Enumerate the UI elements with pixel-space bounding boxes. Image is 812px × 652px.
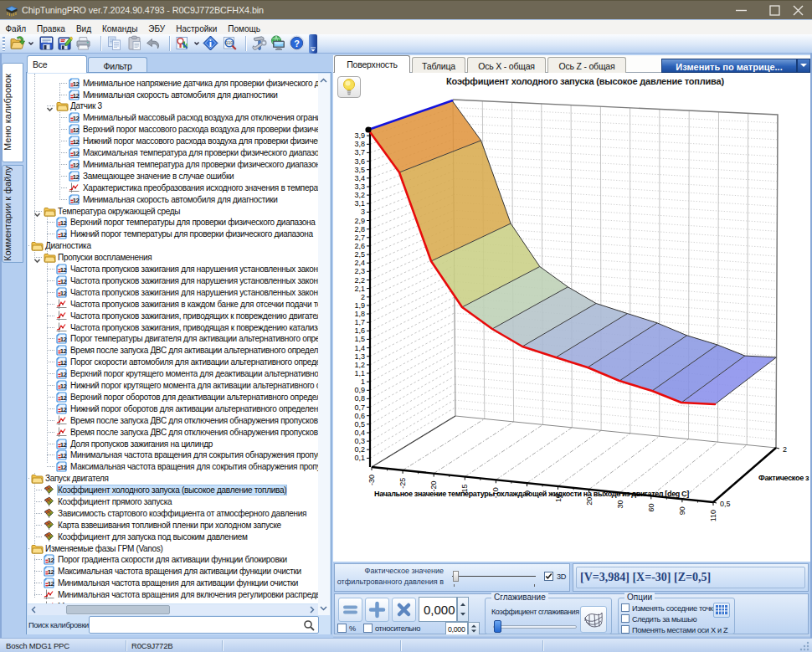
- svg-text:3: 3: [361, 208, 365, 216]
- svg-text:2,1: 2,1: [354, 285, 365, 293]
- svg-text:110: 110: [226, 40, 234, 45]
- svg-text:12: 12: [60, 406, 67, 413]
- svg-text:12: 12: [73, 173, 80, 181]
- svg-text:3,8: 3,8: [354, 140, 365, 148]
- svg-text:12: 12: [73, 162, 80, 169]
- svg-text:12: 12: [48, 569, 54, 577]
- svg-text:12: 12: [60, 266, 67, 274]
- svg-text:2: 2: [783, 445, 787, 454]
- svg-text:20: 20: [585, 497, 594, 506]
- svg-text:0,4: 0,4: [354, 429, 365, 437]
- svg-text:12: 12: [60, 290, 67, 297]
- svg-text:12: 12: [60, 371, 67, 378]
- svg-text:12: 12: [60, 394, 67, 402]
- svg-text:3,1: 3,1: [354, 199, 365, 208]
- svg-text:12: 12: [48, 557, 54, 565]
- svg-text:2,5: 2,5: [354, 250, 365, 259]
- svg-text:3,4: 3,4: [354, 174, 365, 182]
- svg-text:Коэффициент холодного запуска: Коэффициент холодного запуска (высокое д…: [446, 76, 724, 86]
- svg-text:3,3: 3,3: [354, 182, 365, 191]
- svg-text:0,9: 0,9: [354, 386, 365, 394]
- svg-text:1,4: 1,4: [354, 344, 365, 352]
- svg-text:12: 12: [60, 336, 67, 344]
- svg-text:12: 12: [73, 116, 80, 123]
- svg-text:110: 110: [709, 510, 717, 521]
- svg-text:0,5: 0,5: [354, 420, 365, 429]
- svg-text:0,5: 0,5: [720, 500, 731, 508]
- svg-text:12: 12: [73, 150, 80, 157]
- svg-text:12: 12: [60, 278, 67, 285]
- svg-text:0,8: 0,8: [354, 394, 365, 403]
- svg-text:12: 12: [73, 92, 80, 100]
- svg-text:1: 1: [361, 377, 365, 386]
- svg-text:3,7: 3,7: [354, 148, 365, 157]
- svg-text:12: 12: [73, 138, 80, 146]
- svg-text:12: 12: [60, 360, 67, 367]
- svg-text:3,6: 3,6: [354, 157, 365, 166]
- svg-text:12: 12: [60, 220, 67, 228]
- svg-text:12: 12: [48, 581, 54, 588]
- svg-text:1,9: 1,9: [354, 301, 365, 310]
- svg-text:3,5: 3,5: [354, 166, 365, 174]
- svg-text:1,6: 1,6: [354, 326, 365, 335]
- svg-text:12: 12: [60, 453, 67, 460]
- svg-text:2,7: 2,7: [354, 234, 365, 242]
- svg-text:1,5: 1,5: [354, 335, 365, 343]
- svg-text:1,1: 1,1: [354, 369, 365, 377]
- svg-text:3,9: 3,9: [354, 131, 365, 140]
- svg-text:0,3: 0,3: [354, 437, 365, 445]
- svg-text:2,3: 2,3: [354, 267, 365, 275]
- svg-text:-25: -25: [398, 478, 407, 489]
- svg-text:1,3: 1,3: [354, 352, 365, 361]
- svg-text:2,2: 2,2: [354, 276, 365, 285]
- svg-text:2,4: 2,4: [354, 259, 365, 267]
- svg-text:-30: -30: [367, 475, 376, 485]
- svg-text:0,7: 0,7: [354, 403, 365, 412]
- svg-text:90: 90: [678, 506, 686, 515]
- svg-text:2,6: 2,6: [354, 242, 365, 250]
- svg-text:2,9: 2,9: [354, 217, 365, 225]
- svg-text:1,7: 1,7: [354, 318, 365, 326]
- svg-text:12: 12: [60, 465, 67, 472]
- svg-text:1,8: 1,8: [354, 310, 365, 318]
- svg-text:2,8: 2,8: [354, 225, 365, 234]
- svg-text:60: 60: [647, 503, 655, 511]
- svg-text:12: 12: [60, 348, 67, 356]
- svg-text:?: ?: [294, 39, 300, 49]
- svg-text:2: 2: [361, 293, 365, 301]
- svg-text:Фактическое з: Фактическое з: [758, 474, 809, 482]
- svg-text:1,2: 1,2: [354, 361, 365, 369]
- svg-text:0,2: 0,2: [354, 445, 365, 454]
- svg-text:3,2: 3,2: [354, 191, 365, 199]
- svg-text:12: 12: [73, 197, 80, 204]
- svg-text:12: 12: [73, 80, 80, 88]
- svg-text:Начальное значение температуры: Начальное значение температуры охлаждающ…: [374, 490, 689, 498]
- svg-text:30: 30: [616, 501, 624, 509]
- svg-text:12: 12: [73, 126, 80, 134]
- svg-text:12: 12: [60, 441, 67, 449]
- svg-text:0,6: 0,6: [354, 412, 365, 420]
- svg-text:0,1: 0,1: [354, 454, 365, 462]
- svg-text:12: 12: [60, 232, 67, 239]
- svg-text:12: 12: [60, 382, 67, 390]
